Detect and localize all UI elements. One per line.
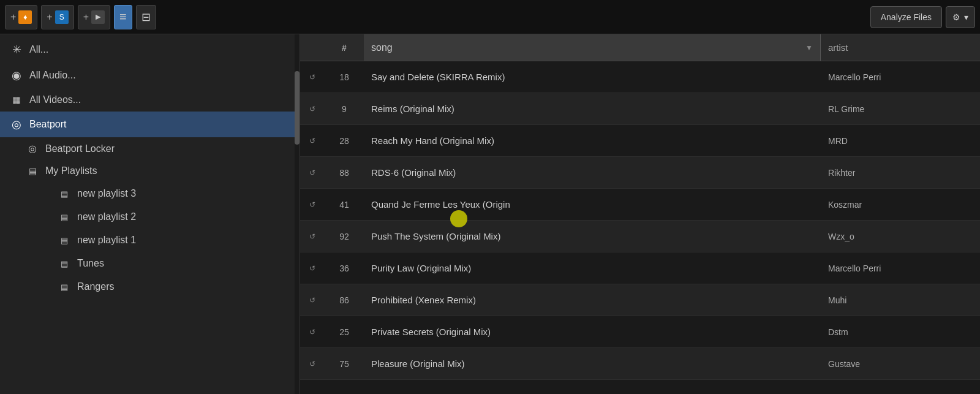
collection-icon: S <box>55 10 69 24</box>
track-artist-name: MRD <box>821 136 980 146</box>
song-col-dropdown-arrow[interactable]: ▼ <box>805 44 813 52</box>
header-col-num: # <box>325 43 364 53</box>
track-state-icon: ↺ <box>300 263 325 273</box>
track-artist-name: RL Grime <box>821 104 980 114</box>
track-row[interactable]: ↺ 75 Pleasure (Original Mix) Gustave <box>300 348 980 380</box>
track-song-title: Private Secrets (Original Mix) <box>364 327 821 337</box>
add-playlist-button[interactable]: + ▶ <box>78 5 110 29</box>
track-song-title: Push The System (Original Mix) <box>364 231 821 241</box>
track-number: 88 <box>325 168 364 178</box>
track-number: 18 <box>325 72 364 82</box>
main-content: ✳ All... ◉ All Audio... ▦ All Videos... … <box>0 34 980 394</box>
track-number: 25 <box>325 327 364 337</box>
gear-dropdown-arrow: ▾ <box>964 12 968 22</box>
view-detail-button[interactable]: ≡ <box>114 5 132 29</box>
sidebar-sub2-playlists: ▤ new playlist 3 ▤ new playlist 2 ▤ new … <box>18 182 300 298</box>
plus-icon: + <box>10 12 16 23</box>
playlist-3-icon: ▤ <box>58 189 71 199</box>
my-playlists-icon: ▤ <box>26 166 39 176</box>
toolbar: + ♦ + S + ▶ ≡ ⊟ Analyze Files ⚙ ▾ <box>0 0 980 34</box>
track-song-title: Quand Je Ferme Les Yeux (Origin <box>364 199 821 210</box>
header-col-artist: artist <box>821 42 980 53</box>
all-audio-icon: ◉ <box>10 69 23 82</box>
track-row[interactable]: ↺ 41 Quand Je Ferme Les Yeux (Origin Kos… <box>300 189 980 221</box>
sidebar-item-my-playlists[interactable]: ▤ My Playlists <box>18 160 300 182</box>
all-videos-icon: ▦ <box>10 94 23 105</box>
track-row[interactable]: ↺ 28 Reach My Hand (Original Mix) MRD <box>300 125 980 157</box>
tunes-icon: ▤ <box>58 259 71 268</box>
sidebar-item-rangers[interactable]: ▤ Rangers <box>53 275 300 298</box>
sidebar-scrollbar[interactable] <box>295 34 300 394</box>
track-state-icon: ↺ <box>300 136 325 145</box>
track-state-icon: ↺ <box>300 359 325 368</box>
plus-icon-3: + <box>83 12 89 23</box>
sidebar-item-all-audio[interactable]: ◉ All Audio... <box>0 63 300 88</box>
track-row[interactable]: ↺ 88 RDS-6 (Original Mix) Rikhter <box>300 157 980 189</box>
song-col-label: song <box>371 42 393 53</box>
track-row[interactable]: ↺ 92 Push The System (Original Mix) Wzx_… <box>300 221 980 252</box>
track-number: 92 <box>325 232 364 241</box>
add-collection-button[interactable]: + S <box>41 5 74 29</box>
sidebar-item-beatport-locker[interactable]: ◎ Beatport Locker <box>18 137 300 160</box>
sidebar-item-all-label: All... <box>29 44 48 55</box>
sidebar-item-all-audio-label: All Audio... <box>29 70 76 81</box>
list-view-icon: ⊟ <box>141 10 151 24</box>
track-list: ↺ 18 Say and Delete (SKIRRA Remix) Marce… <box>300 61 980 394</box>
track-song-title: RDS-6 (Original Mix) <box>364 167 821 178</box>
track-area: # song ▼ artist ↺ 18 Say and Delete (SKI… <box>300 34 980 394</box>
add-track-button[interactable]: + ♦ <box>5 5 37 29</box>
sidebar-item-new-playlist-2[interactable]: ▤ new playlist 2 <box>53 205 300 229</box>
sidebar-item-new-playlist-3[interactable]: ▤ new playlist 3 <box>53 182 300 205</box>
sidebar-item-new-playlist-1[interactable]: ▤ new playlist 1 <box>53 229 300 252</box>
track-row[interactable]: ↺ 36 Purity Law (Original Mix) Marcello … <box>300 252 980 284</box>
sidebar-item-new-playlist-1-label: new playlist 1 <box>77 235 136 246</box>
beatport-locker-icon: ◎ <box>26 143 39 154</box>
analyze-files-button[interactable]: Analyze Files <box>870 6 942 28</box>
track-row[interactable]: ↺ 86 Prohibited (Xenex Remix) Muhi <box>300 284 980 316</box>
track-state-icon: ↺ <box>300 295 325 305</box>
sidebar-item-beatport[interactable]: ◎ Beatport <box>0 112 300 137</box>
playlist-icon: ▶ <box>91 10 105 24</box>
track-state-icon: ↺ <box>300 327 325 336</box>
sidebar-item-new-playlist-3-label: new playlist 3 <box>77 188 136 199</box>
sidebar-item-new-playlist-2-label: new playlist 2 <box>77 211 136 222</box>
track-artist-name: Dstm <box>821 327 980 337</box>
sidebar-item-all[interactable]: ✳ All... <box>0 37 300 63</box>
track-number: 86 <box>325 295 364 305</box>
track-number: 75 <box>325 359 364 369</box>
sidebar-item-beatport-locker-label: Beatport Locker <box>45 143 115 154</box>
track-artist-name: Muhi <box>821 295 980 305</box>
all-icon: ✳ <box>10 43 23 56</box>
settings-button[interactable]: ⚙ ▾ <box>946 6 975 28</box>
view-list-button[interactable]: ⊟ <box>136 5 156 29</box>
sidebar-item-all-videos[interactable]: ▦ All Videos... <box>0 88 300 112</box>
track-state-icon: ↺ <box>300 232 325 241</box>
track-state-icon: ↺ <box>300 168 325 177</box>
track-number: 28 <box>325 136 364 146</box>
rangers-icon: ▤ <box>58 282 71 292</box>
playlist-2-icon: ▤ <box>58 213 71 222</box>
track-song-title: Purity Law (Original Mix) <box>364 263 821 273</box>
track-song-title: Say and Delete (SKIRRA Remix) <box>364 72 821 82</box>
sidebar-sub-beatport: ◎ Beatport Locker ▤ My Playlists ▤ new p… <box>0 137 300 298</box>
sidebar-scrollbar-thumb[interactable] <box>295 71 300 145</box>
plus-icon-2: + <box>47 12 52 23</box>
track-row[interactable]: ↺ 9 Reims (Original Mix) RL Grime <box>300 93 980 125</box>
track-song-title: Prohibited (Xenex Remix) <box>364 295 821 305</box>
track-song-title: Reims (Original Mix) <box>364 104 821 114</box>
track-icon: ♦ <box>18 10 32 24</box>
track-artist-name: Marcello Perri <box>821 263 980 273</box>
track-artist-name: Koszmar <box>821 200 980 210</box>
sidebar-item-all-videos-label: All Videos... <box>29 94 81 105</box>
sidebar-item-tunes[interactable]: ▤ Tunes <box>53 252 300 275</box>
sidebar-item-tunes-label: Tunes <box>77 258 104 269</box>
sidebar-item-my-playlists-label: My Playlists <box>45 165 97 176</box>
header-col-song[interactable]: song ▼ <box>364 34 821 61</box>
track-state-icon: ↺ <box>300 200 325 209</box>
track-list-header: # song ▼ artist <box>300 34 980 61</box>
track-row[interactable]: ↺ 25 Private Secrets (Original Mix) Dstm <box>300 316 980 348</box>
track-artist-name: Marcello Perri <box>821 72 980 82</box>
track-row[interactable]: ↺ 18 Say and Delete (SKIRRA Remix) Marce… <box>300 61 980 93</box>
track-artist-name: Gustave <box>821 359 980 369</box>
track-song-title: Pleasure (Original Mix) <box>364 358 821 369</box>
